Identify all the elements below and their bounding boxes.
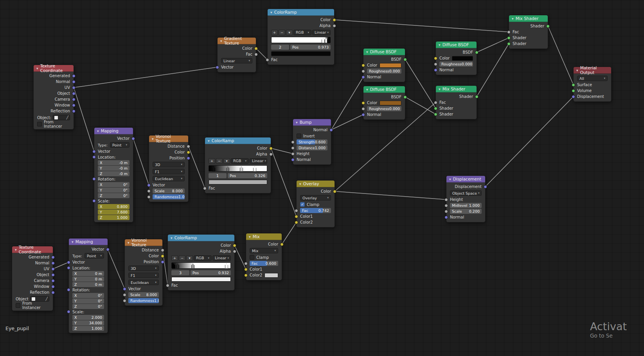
slider-field[interactable]: Strength0.600 [297, 139, 327, 145]
node-diffuse-b[interactable]: ▼Diffuse BSDFBSDFColorRoughness0.000Norm… [363, 86, 405, 120]
reflection-socket[interactable] [72, 109, 76, 113]
alpha-socket[interactable] [233, 249, 236, 253]
bsdf-socket[interactable] [403, 58, 407, 61]
number-field[interactable]: Distance1.000 [297, 145, 327, 150]
color2-socket[interactable] [295, 220, 298, 224]
normal-socket[interactable] [362, 75, 365, 79]
vector-socket[interactable] [123, 287, 126, 291]
node-voronoi-bottom[interactable]: ▼Voronoi TextureDistanceColorPosition3D▾… [124, 239, 163, 306]
axis-field[interactable]: Z0° [72, 304, 104, 309]
collapse-icon[interactable]: ▼ [270, 11, 272, 14]
uv-socket[interactable] [51, 267, 55, 271]
collapse-icon[interactable]: ▼ [439, 88, 441, 90]
ramp-options-button[interactable]: ▾ [286, 30, 293, 35]
node-mapping-mid[interactable]: ▼MappingVectorType:Point▾VectorLocation:… [94, 127, 133, 222]
node-mixshader-top[interactable]: ▼Mix ShaderShaderFacShaderShader [509, 15, 548, 49]
dropdown[interactable]: Euclidean▾ [153, 176, 185, 181]
ramp-marker[interactable] [225, 264, 228, 269]
shader-out-socket[interactable] [546, 24, 550, 28]
dropdown[interactable]: F1▾ [153, 169, 185, 174]
checkbox[interactable] [16, 303, 20, 308]
uv-socket[interactable] [72, 86, 76, 89]
scale-socket[interactable] [92, 199, 96, 203]
dropdown[interactable]: Object Space▾ [450, 190, 482, 196]
rotation-socket[interactable] [92, 177, 96, 181]
collapse-icon[interactable]: ▼ [249, 235, 251, 238]
node-mapping-bottom[interactable]: ▼MappingVectorType:Point▾VectorLocation:… [68, 238, 108, 333]
location-socket[interactable] [92, 155, 96, 159]
node-header[interactable]: ▼Diffuse BSDF [363, 86, 405, 93]
shader-out-socket[interactable] [475, 95, 479, 98]
node-bump[interactable]: ▼BumpNormalInvertStrength0.600Distance1.… [293, 119, 331, 165]
color-socket[interactable] [161, 254, 164, 258]
color-swatch[interactable] [380, 63, 401, 68]
color-socket[interactable] [254, 47, 258, 50]
node-colorramp-top[interactable]: ▼ColorRampColorAlpha+−▾RGB▾Linear▾2Pos0.… [267, 9, 335, 65]
shader2-socket[interactable] [434, 112, 437, 116]
axis-field[interactable]: X0° [72, 293, 104, 298]
vector-out-socket[interactable] [131, 137, 135, 140]
ramp-marker[interactable] [240, 166, 243, 172]
number-field[interactable]: Scale8.000 [153, 188, 185, 193]
number-field[interactable]: Roughness0.000 [367, 106, 401, 111]
node-voronoi-mid[interactable]: ▼Voronoi TextureDistanceColorPosition3D▾… [149, 135, 189, 202]
axis-field[interactable]: X0.800 [98, 204, 130, 209]
vector-out-socket[interactable] [106, 248, 110, 251]
normal-socket[interactable] [434, 68, 437, 72]
node-mix[interactable]: ▼MixColorMix▾ClampFac0.600Color1Color2 [246, 233, 282, 280]
node-header[interactable]: ▼Mix [246, 233, 282, 240]
selected-color-bar[interactable] [271, 51, 331, 56]
add-stop-button[interactable]: + [209, 158, 215, 164]
axis-field[interactable]: X2.000 [72, 315, 104, 320]
color-socket[interactable] [362, 101, 365, 105]
collapse-icon[interactable]: ▼ [220, 40, 222, 42]
scale-socket[interactable] [123, 293, 126, 296]
axis-field[interactable]: X0° [98, 182, 130, 187]
alpha-socket[interactable] [269, 152, 273, 156]
color-mode-dropdown[interactable]: RGB▾ [194, 255, 212, 261]
slider-field[interactable]: Randomness1.000 [153, 194, 185, 199]
index-field[interactable]: 1 [209, 173, 227, 178]
color-out-socket[interactable] [333, 190, 336, 193]
color-socket[interactable] [434, 56, 437, 60]
ramp-marker[interactable] [327, 38, 330, 43]
roughness-socket[interactable] [434, 62, 437, 66]
eyedropper-icon[interactable]: ╱ [67, 116, 68, 119]
remove-stop-button[interactable]: − [279, 30, 285, 35]
node-header[interactable]: ▼Mapping [94, 128, 133, 134]
volume-socket[interactable] [572, 89, 575, 92]
axis-field[interactable]: Z0° [98, 193, 130, 198]
gradient-bar[interactable] [271, 37, 331, 43]
ramp-marker[interactable] [172, 264, 175, 269]
fac-socket[interactable] [244, 262, 248, 265]
node-mixshader-mid[interactable]: ▼Mix ShaderShaderFacShaderShader [435, 85, 477, 119]
checkbox[interactable] [297, 134, 301, 138]
normal-in-socket[interactable] [291, 158, 295, 161]
color-socket[interactable] [187, 150, 190, 154]
axis-field[interactable]: X0 m [72, 271, 104, 276]
color2-socket[interactable] [244, 273, 248, 277]
ramp-marker[interactable] [176, 264, 179, 269]
node-header[interactable]: ▼Diffuse BSDF [363, 49, 405, 55]
pos-field[interactable]: Pos0.932 [191, 270, 231, 275]
node-texcoord-bottom[interactable]: ▼Texture CoordinateGeneratedNormalUVObje… [12, 246, 53, 311]
node-header[interactable]: ▼Voronoi Texture [125, 239, 162, 246]
color-swatch[interactable] [452, 56, 473, 61]
vector-in-socket[interactable] [67, 260, 70, 264]
location-socket[interactable] [67, 266, 70, 270]
position-socket[interactable] [161, 260, 164, 264]
rotation-socket[interactable] [67, 288, 70, 292]
node-header[interactable]: ▼Mapping [69, 239, 108, 245]
roughness-socket[interactable] [362, 69, 365, 73]
node-header[interactable]: ▼Texture Coordinate [34, 65, 74, 72]
node-colorramp-mid[interactable]: ▼ColorRampColorAlpha+−▾RGB▾Linear▾1Pos0.… [205, 137, 271, 193]
number-field[interactable]: Roughness0.000 [439, 61, 473, 67]
fac-socket[interactable] [203, 186, 207, 190]
node-header[interactable]: ▼Displacement [446, 176, 485, 183]
node-material-output[interactable]: ▼Material OutputAll▾SurfaceVolumeDisplac… [573, 67, 612, 102]
object-socket[interactable] [51, 273, 55, 276]
collapse-icon[interactable]: ▼ [15, 248, 17, 251]
checkbox[interactable] [250, 255, 254, 260]
collapse-icon[interactable]: ▼ [128, 241, 130, 244]
interpolation-dropdown[interactable]: Linear▾ [212, 255, 231, 261]
